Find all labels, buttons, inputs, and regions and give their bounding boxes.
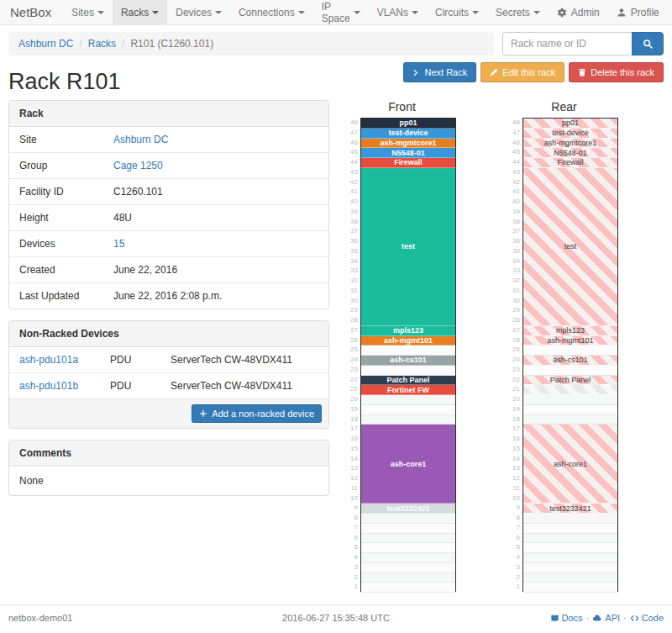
nav-item-circuits[interactable]: Circuits bbox=[427, 0, 487, 24]
rack-device-test-device[interactable]: test-device bbox=[523, 129, 617, 139]
rack-unit-empty-u2[interactable] bbox=[523, 573, 617, 583]
nav-item-log-out[interactable]: Log out bbox=[668, 0, 672, 24]
rack-attr-row-site: SiteAshburn DC bbox=[9, 127, 328, 153]
page-title: Rack R101 bbox=[8, 69, 121, 95]
nav-item-devices[interactable]: Devices bbox=[167, 0, 230, 24]
delete-this-rack-button[interactable]: Delete this rack bbox=[569, 62, 664, 82]
rack-device-test[interactable]: test bbox=[361, 168, 455, 326]
breadcrumb-item-racks[interactable]: Racks bbox=[88, 38, 116, 50]
attr-value-facility-id: C1260.101 bbox=[113, 186, 163, 198]
nav-item-admin[interactable]: Admin bbox=[549, 0, 608, 24]
rack-device-test3232421[interactable]: test3232421 bbox=[361, 504, 455, 514]
rack-unit-empty-u19[interactable] bbox=[523, 405, 617, 415]
rack-unit-empty-u19[interactable] bbox=[361, 405, 455, 415]
app-brand[interactable]: NetBox bbox=[7, 0, 63, 24]
unit-number: 20 bbox=[348, 394, 360, 404]
rack-device-firewall[interactable]: Firewall bbox=[523, 158, 617, 168]
rack-unit-empty-u7[interactable] bbox=[361, 524, 455, 534]
footer-link-docs[interactable]: Docs bbox=[550, 613, 583, 623]
unit-number: 21 bbox=[348, 384, 360, 394]
rack-unit-empty-u2[interactable] bbox=[361, 573, 455, 583]
unit-number: 37 bbox=[510, 226, 522, 236]
breadcrumb-item-ashburn-dc[interactable]: Ashburn DC bbox=[18, 38, 73, 50]
rack-device-firewall[interactable]: Firewall bbox=[361, 158, 455, 168]
attr-value-group[interactable]: Cage 1250 bbox=[113, 160, 163, 171]
rack-unit-empty-u6[interactable] bbox=[361, 534, 455, 544]
rack-unit-empty-u23[interactable] bbox=[523, 366, 617, 376]
rack-unit-empty-u8[interactable] bbox=[523, 514, 617, 524]
device-link-ash-pdu101b[interactable]: ash-pdu101b bbox=[19, 380, 78, 392]
rack-unit-empty-u7[interactable] bbox=[523, 524, 617, 534]
next-rack-button[interactable]: Next Rack bbox=[403, 62, 476, 82]
rack-unit-empty-u23[interactable] bbox=[361, 366, 455, 376]
rack-search-input[interactable] bbox=[502, 32, 632, 55]
rack-unit-empty-u20[interactable] bbox=[523, 395, 617, 405]
rack-device-test-device[interactable]: test-device bbox=[361, 129, 455, 139]
edit-this-rack-button[interactable]: Edit this rack bbox=[480, 62, 564, 82]
nav-item-profile[interactable]: Profile bbox=[608, 0, 668, 24]
nav-item-secrets[interactable]: Secrets bbox=[487, 0, 549, 24]
rack-device-ash-core1[interactable]: ash-core1 bbox=[523, 425, 617, 504]
rack-attr-row-facility-id: Facility IDC1260.101 bbox=[9, 179, 328, 205]
rack-unit-empty-u5[interactable] bbox=[361, 543, 455, 553]
rack-unit-empty-u25[interactable] bbox=[361, 346, 455, 356]
caret-down-icon bbox=[215, 11, 222, 14]
rear-unit-numbers: 4847464544434241403938373635343332313029… bbox=[510, 118, 522, 592]
nav-item-ip-space[interactable]: IP Space bbox=[313, 0, 369, 24]
rack-unit-empty-u3[interactable] bbox=[523, 563, 617, 573]
rack-unit-empty-u1[interactable] bbox=[361, 583, 455, 593]
rack-device-n5548-01[interactable]: N5548-01 bbox=[523, 148, 617, 158]
unit-number: 39 bbox=[348, 207, 360, 217]
rack-unit-empty-u1[interactable] bbox=[523, 583, 617, 593]
rack-unit-empty-u4[interactable] bbox=[361, 553, 455, 563]
footer-link-label: API bbox=[605, 613, 620, 623]
rack-device-test[interactable]: test bbox=[523, 168, 617, 326]
rack-unit-empty-u4[interactable] bbox=[523, 553, 617, 563]
search-button[interactable] bbox=[632, 32, 664, 55]
rack-unit-empty-u8[interactable] bbox=[361, 514, 455, 524]
rack-device-mpls123[interactable]: mpls123 bbox=[361, 326, 455, 336]
rack-unit-empty-u18[interactable] bbox=[361, 415, 455, 425]
nav-item-racks[interactable]: Racks bbox=[113, 0, 167, 24]
add-non-racked-device-button[interactable]: Add a non-racked device bbox=[192, 404, 322, 423]
rack-device-ash-mgmt101[interactable]: ash-mgmt101 bbox=[523, 336, 617, 346]
rack-unit-empty-u6[interactable] bbox=[523, 534, 617, 544]
rack-device-fortinet-fw[interactable]: Fortinet FW bbox=[361, 385, 455, 395]
rack-unit-empty-u20[interactable] bbox=[361, 395, 455, 405]
rack-device-ash-core1[interactable]: ash-core1 bbox=[361, 425, 455, 504]
device-link-ash-pdu101a[interactable]: ash-pdu101a bbox=[19, 354, 78, 366]
rack-device-test3232421[interactable]: test3232421 bbox=[523, 504, 617, 514]
rack-device-ash-mgmtcore1[interactable]: ash-mgmtcore1 bbox=[523, 139, 617, 149]
rack-unit-empty-u25[interactable] bbox=[523, 346, 617, 356]
attr-value-site[interactable]: Ashburn DC bbox=[113, 134, 168, 145]
rack-unit-empty-u5[interactable] bbox=[523, 543, 617, 553]
nav-item-label: Sites bbox=[71, 7, 94, 18]
footer-link-code[interactable]: Code bbox=[630, 613, 664, 623]
unit-number: 40 bbox=[510, 197, 522, 207]
rack-device-pp01[interactable]: pp01 bbox=[523, 119, 617, 129]
nav-item-vlans[interactable]: VLANs bbox=[369, 0, 427, 24]
footer-link-api[interactable]: API bbox=[592, 613, 620, 623]
front-rack-grid: pp01test-deviceash-mgmtcore1N5548-01Fire… bbox=[360, 118, 456, 592]
rack-unit-empty-u3[interactable] bbox=[361, 563, 455, 573]
rack-unit-empty-u18[interactable] bbox=[523, 415, 617, 425]
unit-number: 44 bbox=[348, 157, 360, 167]
rack-device-unlabeled[interactable] bbox=[523, 385, 617, 395]
rack-device-n5548-01[interactable]: N5548-01 bbox=[361, 148, 455, 158]
nav-item-label: Connections bbox=[239, 7, 295, 18]
rack-device-ash-mgmt101[interactable]: ash-mgmt101 bbox=[361, 336, 455, 346]
nav-item-sites[interactable]: Sites bbox=[63, 0, 113, 24]
device-role: PDU bbox=[110, 380, 171, 392]
rack-device-ash-cs101[interactable]: ash-cs101 bbox=[523, 356, 617, 366]
code-icon bbox=[630, 614, 639, 623]
rack-device-pp01[interactable]: pp01 bbox=[361, 119, 455, 129]
rack-device-patch-panel[interactable]: Patch Panel bbox=[523, 376, 617, 386]
rack-device-ash-cs101[interactable]: ash-cs101 bbox=[361, 356, 455, 366]
attr-value-devices[interactable]: 15 bbox=[113, 238, 124, 250]
rack-device-mpls123[interactable]: mpls123 bbox=[523, 326, 617, 336]
unit-number: 28 bbox=[510, 315, 522, 325]
rack-device-patch-panel[interactable]: Patch Panel bbox=[361, 376, 455, 386]
unit-number: 39 bbox=[510, 207, 522, 217]
rack-device-ash-mgmtcore1[interactable]: ash-mgmtcore1 bbox=[361, 139, 455, 149]
nav-item-connections[interactable]: Connections bbox=[230, 0, 313, 24]
